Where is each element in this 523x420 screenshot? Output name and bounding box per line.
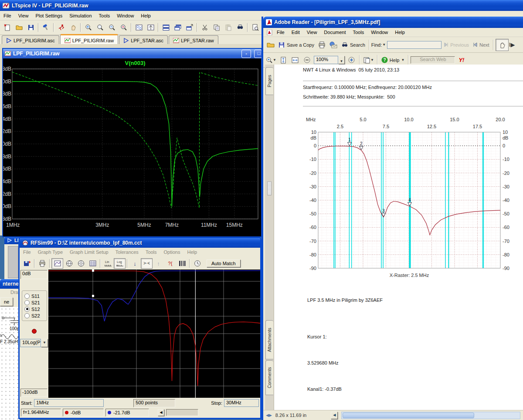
panel-grip[interactable] (267, 181, 272, 195)
query-icon[interactable]: ?{ (164, 258, 176, 269)
menu-graph-limit-setup[interactable]: Graph Limit Setup (70, 249, 109, 255)
zoom-box-icon[interactable] (94, 22, 106, 33)
select-tool-button[interactable]: I▶ (509, 40, 516, 50)
pdf-page[interactable]: NWT 4 Linux & Windows 05 luty 2010, 23:1… (274, 65, 523, 410)
copy-icon[interactable] (211, 22, 222, 33)
sweep-settings-icon[interactable] (176, 258, 188, 269)
tab-attachments[interactable]: Attachments (265, 320, 273, 359)
radio-s22[interactable]: S22 (24, 312, 46, 319)
print-preview-icon[interactable] (249, 22, 261, 33)
menu-help[interactable]: Help (187, 249, 197, 255)
page-nav-icon[interactable]: ◀▶ (266, 413, 272, 417)
radio-s21[interactable]: S21 (24, 299, 46, 306)
menu-help[interactable]: Help (141, 13, 151, 18)
menu-view[interactable]: View (307, 30, 317, 35)
horizontal-scrollbar[interactable] (341, 412, 520, 419)
clock-icon[interactable] (191, 258, 203, 269)
polar-chart-icon[interactable] (75, 258, 87, 269)
menu-tools[interactable]: Tools (99, 13, 110, 18)
control-panel-hammer-icon[interactable] (40, 22, 52, 33)
ltspice-titlebar[interactable]: LTspice IV - LPF_PILIGRIM.raw (0, 0, 523, 11)
cut-icon[interactable] (199, 22, 211, 33)
rfsim-graph-area[interactable] (48, 270, 260, 398)
menu-window[interactable]: Window (117, 13, 134, 18)
cursor-scrollbar[interactable] (166, 409, 198, 416)
adobe-titlebar[interactable]: Adobe Reader - [Piligrim_LPF_3,5MHz.pdf] (263, 17, 523, 28)
menu-file[interactable]: File (3, 13, 11, 18)
stop-input[interactable]: 30MHz (224, 399, 259, 407)
zoom-in-tool-button[interactable]: ▼ (265, 55, 278, 65)
print-icon[interactable] (316, 40, 328, 50)
schematic-canvas[interactable]: 100pF F 2.35uH (0, 307, 20, 420)
yahoo-icon[interactable]: Y! (458, 57, 464, 63)
email-icon[interactable] (328, 40, 340, 50)
menu-plot-settings[interactable]: Plot Settings (35, 13, 62, 18)
radio-s12[interactable]: S12 (24, 306, 46, 312)
menu-tools[interactable]: Tools (353, 30, 364, 35)
ne-button[interactable]: ne (0, 297, 13, 306)
rfsim-titlebar[interactable]: RFSim99 - D:\Z internetu\combo_lpf_80m.c… (20, 238, 260, 248)
move-down-icon[interactable]: ↓ (129, 258, 141, 269)
menu-file[interactable]: File (277, 30, 285, 35)
tab-pages[interactable]: Pages (265, 67, 273, 95)
chevron-down-icon[interactable]: ▼ (338, 56, 345, 64)
graph-view-icon[interactable] (51, 258, 63, 269)
axis-settings-icon[interactable] (145, 22, 156, 33)
move-up-icon[interactable]: ↑ (153, 258, 164, 269)
plot-window-titlebar[interactable]: LPF_PILIGRIM.raw - □ (3, 49, 261, 58)
find-icon[interactable] (234, 22, 246, 33)
halt-hand-icon[interactable] (67, 22, 79, 33)
menu-graph-type[interactable]: Graph Type (38, 249, 63, 255)
interne-titlebar[interactable]: nterne (0, 279, 20, 289)
scroll-left-button[interactable]: ◀ (331, 412, 338, 419)
search-button[interactable]: Search (340, 40, 367, 50)
fit-width-button[interactable] (289, 55, 301, 65)
new-schematic-icon[interactable] (1, 22, 13, 33)
auto-match-button[interactable]: Auto Match (207, 260, 241, 267)
smith-chart-icon[interactable] (63, 258, 75, 269)
linear-scale-icon[interactable]: Lin (102, 258, 114, 269)
run-icon[interactable] (55, 22, 67, 33)
menu-options[interactable]: Options (164, 249, 180, 255)
zoom-level-dropdown[interactable]: 100% ▼ (314, 56, 345, 64)
next-button[interactable]: Next (471, 40, 491, 50)
zoom-out-icon[interactable] (106, 22, 118, 33)
find-options-caret[interactable]: ▼ (382, 43, 386, 47)
cascade-windows-icon[interactable] (172, 22, 183, 33)
start-input[interactable]: 1MHz (34, 399, 104, 407)
log-scale-icon[interactable]: Log (114, 258, 126, 269)
autorange-waveform-icon[interactable] (133, 22, 145, 33)
print-icon[interactable] (36, 258, 48, 269)
page-layout-button[interactable]: ▼ (362, 55, 375, 65)
tab-comments[interactable]: Comments (265, 360, 273, 395)
radio-s11[interactable]: S11 (24, 293, 46, 299)
open-icon[interactable] (265, 40, 276, 50)
menu-edit[interactable]: Edit (292, 30, 300, 35)
menu-help[interactable]: Help (395, 30, 405, 35)
scroll-left-button[interactable]: ◀ (158, 409, 164, 416)
save-icon[interactable] (25, 22, 37, 33)
match-cursor-icon[interactable]: >·< (141, 258, 153, 269)
search-web-box[interactable]: Search Web (411, 56, 455, 64)
fit-page-button[interactable] (278, 55, 289, 65)
scrollbar-thumb[interactable] (343, 413, 474, 418)
arrange-windows-icon[interactable] (183, 22, 195, 33)
menu-window[interactable]: Window (371, 30, 388, 35)
zoom-full-icon[interactable] (118, 22, 129, 33)
menu-view[interactable]: View (18, 13, 29, 18)
table-view-icon[interactable] (87, 258, 98, 269)
help-button[interactable]: ? Help ▼ (380, 55, 407, 65)
save-a-copy-button[interactable]: Save a Copy (276, 40, 316, 50)
paste-icon[interactable] (222, 22, 234, 33)
minimize-button[interactable]: - (241, 50, 251, 58)
tile-windows-icon[interactable] (160, 22, 172, 33)
zoom-out-button[interactable] (301, 55, 313, 65)
hand-tool-button[interactable] (496, 39, 509, 51)
menu-tools[interactable]: Tools (146, 249, 157, 255)
format-dropdown[interactable]: 10Log(P ▼ (20, 339, 48, 347)
menu-document[interactable]: Document (324, 30, 346, 35)
save-icon[interactable] (21, 258, 33, 269)
ltspice-plot-area[interactable]: 8dB0dB-8dB-16dB-24dB-32dB-40dB-48dB-56dB… (3, 58, 259, 235)
open-icon[interactable] (13, 22, 25, 33)
previous-button[interactable]: Previous (441, 40, 471, 50)
